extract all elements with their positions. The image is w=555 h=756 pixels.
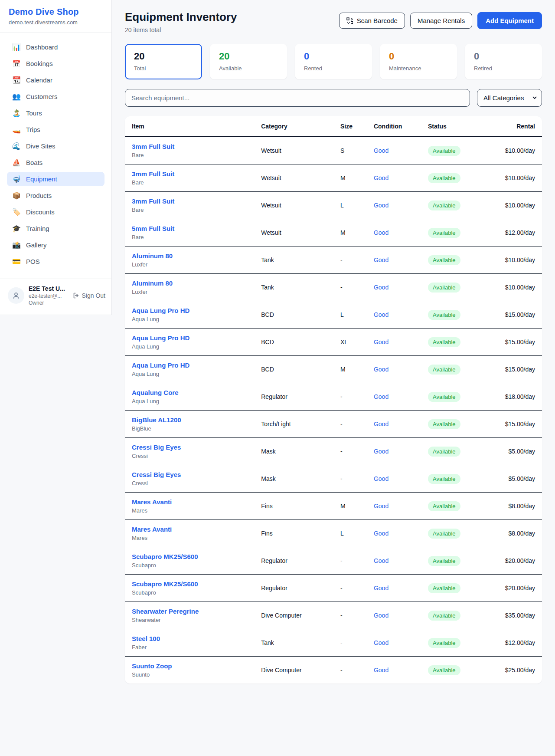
item-name-link[interactable]: Aqua Lung Pro HD [132,362,189,369]
condition-link[interactable]: Good [374,174,388,181]
item-name-link[interactable]: Suunto Zoop [132,662,172,670]
sidebar-nav-item[interactable]: 🏷️ Discounts [7,205,104,219]
item-name-link[interactable]: Aluminum 80 [132,279,173,287]
stat-card[interactable]: 0 Maintenance [380,44,457,79]
condition-link[interactable]: Good [374,339,388,345]
status-badge: Available [428,392,460,402]
nav-item-icon: ⛵ [12,159,21,166]
status-badge: Available [428,556,460,566]
status-badge: Available [428,365,460,375]
item-brand: Bare [132,152,247,158]
item-name-link[interactable]: Shearwater Peregrine [132,608,199,615]
category-cell: Wetsuit [254,164,333,192]
item-name-link[interactable]: Cressi Big Eyes [132,444,181,451]
rental-cell: $5.00/day [483,465,542,493]
item-name-link[interactable]: Aqua Lung Pro HD [132,334,189,342]
condition-link[interactable]: Good [374,256,388,263]
scan-barcode-button[interactable]: Scan Barcode [339,13,405,29]
condition-link[interactable]: Good [374,393,388,400]
item-name-link[interactable]: 5mm Full Suit [132,225,174,232]
user-block: E2E Test U... e2e-tester@... Owner Sign … [0,279,111,315]
category-cell: BCD [254,356,333,383]
item-name-link[interactable]: 3mm Full Suit [132,197,174,205]
category-cell: BCD [254,301,333,329]
item-name-link[interactable]: Aqualung Core [132,389,179,396]
condition-link[interactable]: Good [374,585,388,592]
nav-item-icon: 🌊 [12,143,21,150]
size-cell: - [333,438,367,465]
sidebar-nav-item[interactable]: 🚤 Trips [7,122,104,137]
condition-link[interactable]: Good [374,229,388,236]
item-cell: Steel 100 Faber [125,629,254,657]
item-brand: Scubapro [132,589,247,596]
item-name-link[interactable]: 3mm Full Suit [132,143,174,150]
item-name-link[interactable]: Mares Avanti [132,498,172,506]
item-name-link[interactable]: Steel 100 [132,635,160,642]
rental-cell: $12.00/day [483,629,542,657]
condition-link[interactable]: Good [374,366,388,373]
item-cell: Shearwater Peregrine Shearwater [125,602,254,629]
item-name-link[interactable]: Cressi Big Eyes [132,471,181,478]
stat-card[interactable]: 0 Retired [465,44,542,79]
condition-link[interactable]: Good [374,557,388,564]
sidebar-nav-item[interactable]: 🌊 Dive Sites [7,139,104,153]
sidebar-nav-item[interactable]: 📅 Bookings [7,56,104,71]
condition-link[interactable]: Good [374,448,388,455]
item-name-link[interactable]: Aluminum 80 [132,252,173,260]
item-name-link[interactable]: BigBlue AL1200 [132,416,181,424]
page-header-text: Equipment Inventory 20 items total [125,10,237,33]
sidebar-nav-item[interactable]: 📆 Calendar [7,73,104,87]
category-filter-select[interactable]: All Categories [477,89,542,107]
size-cell: - [333,575,367,602]
sidebar-nav-item[interactable]: 🎓 Training [7,221,104,236]
condition-link[interactable]: Good [374,147,388,154]
condition-cell: Good [367,356,421,383]
item-name-link[interactable]: Scubapro MK25/S600 [132,580,198,588]
sidebar-nav-item[interactable]: 🤿 Equipment [7,172,104,186]
status-cell: Available [421,602,483,629]
stat-card[interactable]: 20 Available [210,44,287,79]
status-cell: Available [421,219,483,247]
stat-value: 20 [134,51,193,62]
search-input[interactable] [125,89,470,107]
condition-cell: Good [367,465,421,493]
condition-link[interactable]: Good [374,530,388,537]
condition-link[interactable]: Good [374,202,388,209]
sidebar-nav-item[interactable]: 💳 POS [7,254,104,269]
item-name-link[interactable]: Mares Avanti [132,526,172,533]
condition-link[interactable]: Good [374,612,388,619]
add-equipment-button[interactable]: Add Equipment [477,12,542,29]
sign-out-button[interactable]: Sign Out [72,292,105,299]
item-name-link[interactable]: 3mm Full Suit [132,170,174,177]
stat-value: 20 [219,51,278,62]
condition-link[interactable]: Good [374,311,388,318]
column-header-category: Category [254,116,333,137]
manage-rentals-button[interactable]: Manage Rentals [410,13,472,29]
item-brand: Bare [132,179,247,186]
item-name-link[interactable]: Aqua Lung Pro HD [132,307,189,314]
condition-link[interactable]: Good [374,639,388,646]
condition-link[interactable]: Good [374,284,388,291]
size-cell: M [333,493,367,520]
sidebar-nav-item[interactable]: 📦 Products [7,188,104,203]
stat-card[interactable]: 0 Rented [295,44,372,79]
size-cell: M [333,356,367,383]
sidebar-nav-item[interactable]: 📸 Gallery [7,238,104,252]
condition-cell: Good [367,192,421,219]
sidebar-nav-item[interactable]: 🏝️ Tours [7,106,104,120]
item-name-link[interactable]: Scubapro MK25/S600 [132,553,198,560]
condition-link[interactable]: Good [374,503,388,509]
sidebar-nav: 📊 Dashboard 📅 Bookings 📆 Calendar 👥 Cust… [0,33,111,274]
sidebar-nav-item[interactable]: 📊 Dashboard [7,40,104,54]
condition-link[interactable]: Good [374,421,388,427]
stat-card[interactable]: 20 Total [125,44,202,79]
category-cell: Dive Computer [254,657,333,684]
sidebar-nav-item[interactable]: ⛵ Boats [7,155,104,170]
main-content: Equipment Inventory 20 items total [112,0,555,701]
stats-row: 20 Total 20 Available 0 Rented 0 Mainten… [125,44,542,79]
status-badge: Available [428,146,460,156]
stat-label: Total [134,65,193,72]
condition-link[interactable]: Good [374,475,388,482]
condition-link[interactable]: Good [374,667,388,674]
sidebar-nav-item[interactable]: 👥 Customers [7,89,104,104]
